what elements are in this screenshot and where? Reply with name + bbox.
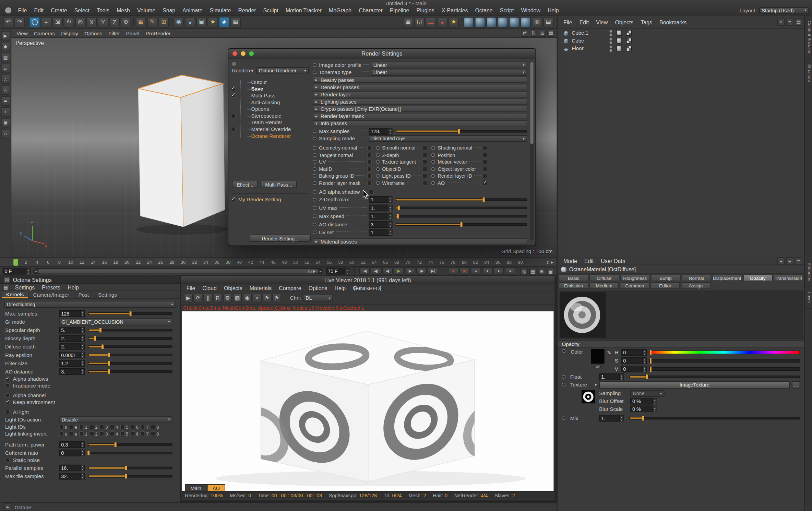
uv-set-value-stepper[interactable]: ▴▾ xyxy=(389,229,393,236)
side-tab-layer[interactable]: Layer xyxy=(805,287,812,309)
octane-tag-icon[interactable] xyxy=(626,46,632,51)
solo-mode-icon[interactable]: ◉ xyxy=(1,118,10,127)
pass-object-layer-color-checkbox[interactable] xyxy=(483,167,488,171)
cube-primitive-icon[interactable]: ▦ xyxy=(136,17,146,27)
object-manager-menu-view[interactable]: View xyxy=(593,19,611,25)
render-region-icon[interactable]: ◱ xyxy=(414,17,425,27)
render-settings-icon[interactable]: ★ xyxy=(449,17,459,27)
pass-matid-checkbox[interactable] xyxy=(367,167,372,171)
light-link-s-checkbox[interactable] xyxy=(59,431,64,436)
play-icon[interactable]: ▶ xyxy=(394,268,404,275)
parallel-samples-value[interactable]: 16. xyxy=(59,464,81,471)
material-tab-displacement[interactable]: Displacement xyxy=(712,274,742,281)
attribute-menu-mode[interactable]: Mode xyxy=(560,258,581,264)
timeline-tick[interactable]: 28 xyxy=(169,260,174,265)
render-settings-nav-anti-aliasing[interactable]: Anti-Aliasing xyxy=(231,99,309,106)
opacity-color-h-value-stepper[interactable]: ▴▾ xyxy=(643,349,647,356)
material-tab-normal[interactable]: Normal xyxy=(681,274,711,281)
live-viewer-menu-gui[interactable]: Gui xyxy=(349,285,365,291)
coherent-ratio-slider[interactable] xyxy=(88,451,172,454)
specular-depth-value[interactable]: 5. xyxy=(59,326,81,333)
menubar-item-edit[interactable]: Edit xyxy=(31,7,47,13)
restart-render-icon[interactable]: ⟳ xyxy=(194,294,203,302)
timeline-tick[interactable]: 42 xyxy=(248,260,253,265)
menubar-item-window[interactable]: Window xyxy=(517,7,544,13)
focus-picker-icon[interactable]: ⌖ xyxy=(253,294,262,302)
timeline-tick[interactable]: 68 xyxy=(394,260,399,265)
material-tab-diffuse[interactable]: Diffuse xyxy=(589,274,619,281)
object-picker-icon[interactable]: ⚑ xyxy=(272,294,281,302)
menubar-item-sculpt[interactable]: Sculpt xyxy=(260,7,282,13)
array-tool-icon[interactable]: ⊞ xyxy=(158,17,169,27)
object-manager-menu-edit[interactable]: Edit xyxy=(576,19,592,25)
material-tab-bump[interactable]: Bump xyxy=(651,274,680,281)
menubar-item-mesh[interactable]: Mesh xyxy=(113,7,134,13)
layout-toggle-icon[interactable]: ▤ xyxy=(543,17,553,27)
object-manager-menu-tags[interactable]: Tags xyxy=(637,19,656,25)
viewport-menu-cameras[interactable]: Cameras xyxy=(31,30,58,36)
diffuse-depth-value-stepper[interactable]: ▴▾ xyxy=(81,343,85,350)
texture-tag-icon[interactable] xyxy=(616,38,622,44)
timeline-tick[interactable]: 80 xyxy=(462,260,467,265)
timeline-ruler[interactable]: 0246810121416182022242628303234363840424… xyxy=(0,258,557,267)
pass-baking-group-id-checkbox[interactable] xyxy=(367,174,372,178)
render-settings-nav-options[interactable]: Options xyxy=(231,106,309,112)
render-settings-nav-output[interactable]: Output xyxy=(231,79,309,86)
attribute-menu-edit[interactable]: Edit xyxy=(581,258,597,264)
enable-axis-icon[interactable]: + xyxy=(1,107,10,117)
render-settings-nav-octane-renderer[interactable]: Octane Renderer xyxy=(231,133,309,140)
timeline-tick[interactable]: 14 xyxy=(91,260,96,265)
max-speed-value-stepper[interactable]: ▴▾ xyxy=(389,213,393,220)
opacity-color-v-slider[interactable] xyxy=(649,367,800,371)
path-term-power-value[interactable]: 0.3 xyxy=(59,441,81,448)
start-render-icon[interactable]: ▶ xyxy=(184,294,193,302)
workplane-mode-icon[interactable]: ▱ xyxy=(1,64,10,73)
texture-tag-icon[interactable] xyxy=(616,30,622,36)
octane-tab-settings[interactable]: Settings xyxy=(94,292,121,298)
sampling-select[interactable]: None ▾ xyxy=(630,390,665,397)
uv-max-value-stepper[interactable]: ▴▾ xyxy=(389,205,393,212)
light-ids-s-checkbox[interactable] xyxy=(59,425,64,429)
scroll-left-icon[interactable]: ◂ xyxy=(35,269,36,273)
uv-max-slider[interactable] xyxy=(396,207,527,210)
viewport-view-label[interactable]: Perspective xyxy=(15,40,44,46)
ao-distance-value-stepper[interactable]: ▴▾ xyxy=(389,221,393,228)
opacity-section-header[interactable]: Opacity xyxy=(558,340,804,347)
timeline-tick[interactable]: 56 xyxy=(327,260,332,265)
viewport-menu-prorender[interactable]: ProRender xyxy=(143,30,174,36)
pass-smooth-normal-checkbox[interactable] xyxy=(423,146,428,151)
timeline-tick[interactable]: 60 xyxy=(349,260,354,265)
ray-epsilon-value[interactable]: 0.0001 xyxy=(59,352,81,358)
imagetexture-button[interactable]: ImageTexture xyxy=(599,381,790,388)
parallel-samples-slider[interactable] xyxy=(88,466,172,469)
range-end-field[interactable]: 75 F ▴▾ xyxy=(326,268,349,275)
texture-tag-icon[interactable] xyxy=(616,46,622,51)
material-tab-common[interactable]: Common xyxy=(620,282,649,289)
glossy-depth-value[interactable]: 2. xyxy=(59,335,81,342)
opacity-color-v-value[interactable]: 0 xyxy=(621,366,643,372)
section-denoiser-passes[interactable]: ▸Denoiser passes xyxy=(313,84,527,90)
toggle-views-icon[interactable]: ▦ xyxy=(547,29,554,37)
mix-field[interactable]: 1. ▴▾ xyxy=(599,415,624,422)
light-link-6-checkbox[interactable] xyxy=(130,431,135,436)
side-tab-attributes[interactable]: Attributes xyxy=(805,258,812,287)
pass-tangent-normal-checkbox[interactable] xyxy=(367,153,372,157)
display-mode-4-icon[interactable] xyxy=(498,17,508,27)
timeline-tick[interactable]: 24 xyxy=(147,260,152,265)
ao-distance-value[interactable]: 3. xyxy=(369,221,388,228)
timeline-tick[interactable]: 72 xyxy=(417,260,421,265)
opacity-color-s-value-stepper[interactable]: ▴▾ xyxy=(643,357,647,364)
menubar-item-simulate[interactable]: Simulate xyxy=(206,7,235,13)
material-preview-area[interactable] xyxy=(559,290,803,339)
live-viewer-titlebar[interactable]: Live Viewer 2018.1.1 (991 days left) xyxy=(181,276,554,284)
image-color-profile-select[interactable]: Linear▾ xyxy=(371,62,527,69)
sampling-mode-select[interactable]: Distributed rays▾ xyxy=(369,135,527,142)
float-field[interactable]: 1. ▴▾ xyxy=(599,373,624,380)
material-tab-roughness[interactable]: Roughness xyxy=(620,274,649,281)
scene-cube-object[interactable] xyxy=(133,68,229,241)
panel-grip-icon[interactable]: ▦ xyxy=(232,61,309,66)
effect-button[interactable]: Effect... xyxy=(232,181,258,188)
viewport-menu-options[interactable]: Options xyxy=(81,30,105,36)
pass-texture-tangent-checkbox[interactable] xyxy=(423,160,428,165)
glossy-depth-slider[interactable] xyxy=(88,337,172,340)
